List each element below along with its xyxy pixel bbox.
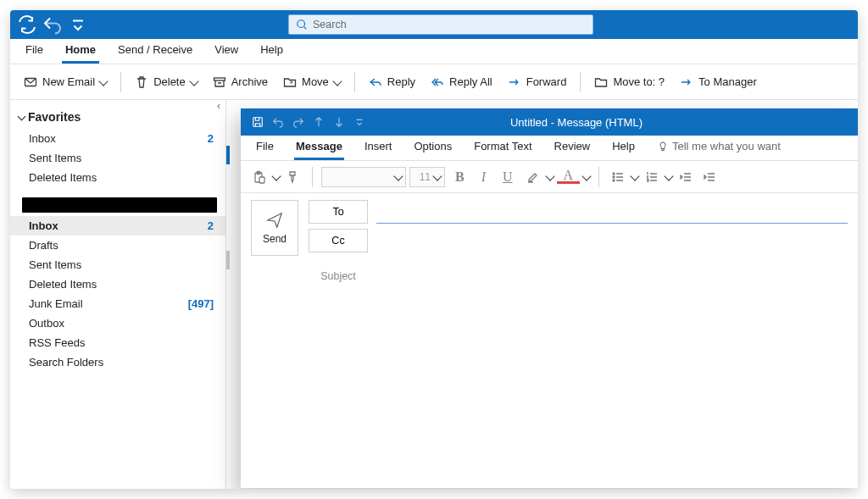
sidebar-item-label: Outbox xyxy=(29,317,64,330)
compose-tab-format[interactable]: Format Text xyxy=(472,140,533,160)
sidebar-folder-item[interactable]: Outbox xyxy=(10,313,225,333)
reply-all-arrow-icon xyxy=(431,75,444,89)
mail-icon xyxy=(24,75,37,89)
undo-icon[interactable] xyxy=(42,14,63,35)
subject-input[interactable] xyxy=(376,264,848,288)
sidebar-folder-item[interactable]: Drafts xyxy=(10,236,225,255)
sidebar-favorite-item[interactable]: Deleted Items xyxy=(10,168,225,187)
compose-tab-help[interactable]: Help xyxy=(610,140,637,160)
archive-button[interactable]: Archive xyxy=(206,69,275,95)
sidebar-item-label: Drafts xyxy=(29,239,58,252)
compose-tab-message[interactable]: Message xyxy=(294,140,344,160)
sidebar-folder-item[interactable]: RSS Feeds xyxy=(10,333,225,352)
title-bar xyxy=(10,10,858,39)
qat-dropdown-icon[interactable] xyxy=(349,112,370,132)
sidebar-item-label: Search Folders xyxy=(29,356,103,369)
svg-point-8 xyxy=(613,176,615,178)
font-size-select[interactable]: 11 xyxy=(409,167,445,187)
compose-formatting-ribbon: 11 B I U A xyxy=(241,161,858,193)
to-input[interactable] xyxy=(376,200,848,224)
chevron-down-icon[interactable] xyxy=(581,171,591,180)
reply-label: Reply xyxy=(387,75,415,88)
sidebar-folder-item[interactable]: Search Folders xyxy=(10,352,225,372)
indent-button[interactable] xyxy=(699,165,720,189)
compose-tab-insert[interactable]: Insert xyxy=(363,140,394,160)
compose-title: Untitled - Message (HTML) xyxy=(370,116,851,129)
sidebar-folder-item[interactable]: Junk Email[497] xyxy=(10,294,225,313)
separator xyxy=(580,72,581,92)
new-email-button[interactable]: New Email xyxy=(17,69,114,95)
new-email-label: New Email xyxy=(42,75,95,88)
italic-button[interactable]: I xyxy=(475,169,492,185)
to-manager-button[interactable]: To Manager xyxy=(673,69,764,95)
sidebar-item-label: Deleted Items xyxy=(29,278,97,291)
forward-arrow-icon xyxy=(508,75,521,89)
font-name-select[interactable] xyxy=(321,167,406,187)
numbering-button[interactable] xyxy=(642,165,662,189)
compose-tab-options[interactable]: Options xyxy=(412,140,453,160)
send-button[interactable]: Send xyxy=(251,200,298,256)
chevron-down-icon[interactable] xyxy=(664,171,673,180)
sidebar-folder-item[interactable]: Deleted Items xyxy=(10,274,225,294)
svg-point-9 xyxy=(613,180,615,181)
tab-view[interactable]: View xyxy=(211,43,242,64)
reply-all-button[interactable]: Reply All xyxy=(424,69,499,95)
font-color-button[interactable]: A xyxy=(557,169,581,184)
reply-button[interactable]: Reply xyxy=(362,69,422,95)
sidebar-folder-item[interactable]: Inbox2 xyxy=(10,216,225,236)
move-to-button[interactable]: Move to: ? xyxy=(587,69,671,95)
collapse-pane-icon[interactable]: ‹ xyxy=(212,100,225,114)
compose-title-bar: Untitled - Message (HTML) xyxy=(241,108,858,136)
to-button[interactable]: To xyxy=(309,200,368,224)
svg-rect-6 xyxy=(259,177,264,183)
sync-icon[interactable] xyxy=(17,14,37,35)
tell-me-input[interactable]: Tell me what you want xyxy=(655,140,782,160)
search-box[interactable] xyxy=(288,14,593,35)
chevron-down-icon xyxy=(98,76,108,86)
undo-icon[interactable] xyxy=(268,112,288,132)
svg-rect-3 xyxy=(253,118,263,127)
sidebar-item-label: Inbox xyxy=(29,132,56,145)
prev-icon[interactable] xyxy=(309,112,329,132)
chevron-down-icon[interactable] xyxy=(545,171,554,180)
highlight-button[interactable] xyxy=(523,165,543,189)
tell-me-label: Tell me what you want xyxy=(672,140,781,152)
paste-button[interactable] xyxy=(249,165,270,189)
tab-home[interactable]: Home xyxy=(62,43,99,64)
reply-all-label: Reply All xyxy=(449,75,492,88)
move-button[interactable]: Move xyxy=(276,69,348,95)
bullets-button[interactable] xyxy=(608,165,628,189)
folder-move-icon xyxy=(283,75,297,89)
favorites-header[interactable]: Favorites xyxy=(10,100,225,129)
redo-icon[interactable] xyxy=(288,112,309,132)
chevron-down-icon[interactable] xyxy=(271,171,281,180)
sidebar-folder-item[interactable]: Sent Items xyxy=(10,255,225,274)
qat-dropdown-icon[interactable] xyxy=(68,14,88,35)
compose-tab-file[interactable]: File xyxy=(254,140,275,160)
sidebar-favorite-item[interactable]: Inbox2 xyxy=(10,129,225,148)
next-icon[interactable] xyxy=(329,112,349,132)
underline-button[interactable]: U xyxy=(496,169,520,185)
forward-button[interactable]: Forward xyxy=(501,69,574,95)
sidebar-item-label: Junk Email xyxy=(29,297,83,310)
lightbulb-icon xyxy=(657,141,669,152)
folder-pane: ‹ Favorites Inbox2Sent ItemsDeleted Item… xyxy=(10,100,226,489)
cc-input[interactable] xyxy=(376,229,848,252)
svg-rect-2 xyxy=(214,78,225,80)
tab-send-receive[interactable]: Send / Receive xyxy=(114,43,196,64)
delete-button[interactable]: Delete xyxy=(128,69,204,95)
chevron-down-icon[interactable] xyxy=(630,171,639,180)
cc-button[interactable]: Cc xyxy=(309,229,368,252)
format-painter-button[interactable] xyxy=(283,165,303,189)
tab-file[interactable]: File xyxy=(22,43,47,64)
search-input[interactable] xyxy=(308,18,586,31)
bold-button[interactable]: B xyxy=(448,169,471,185)
save-icon[interactable] xyxy=(248,112,268,132)
account-name-redacted[interactable] xyxy=(22,197,217,213)
sidebar-favorite-item[interactable]: Sent Items xyxy=(10,148,225,168)
outdent-button[interactable] xyxy=(676,165,696,189)
compose-tab-review[interactable]: Review xyxy=(553,140,593,160)
list-marker xyxy=(226,251,230,269)
sidebar-item-count: 2 xyxy=(208,219,214,232)
tab-help[interactable]: Help xyxy=(257,43,287,64)
